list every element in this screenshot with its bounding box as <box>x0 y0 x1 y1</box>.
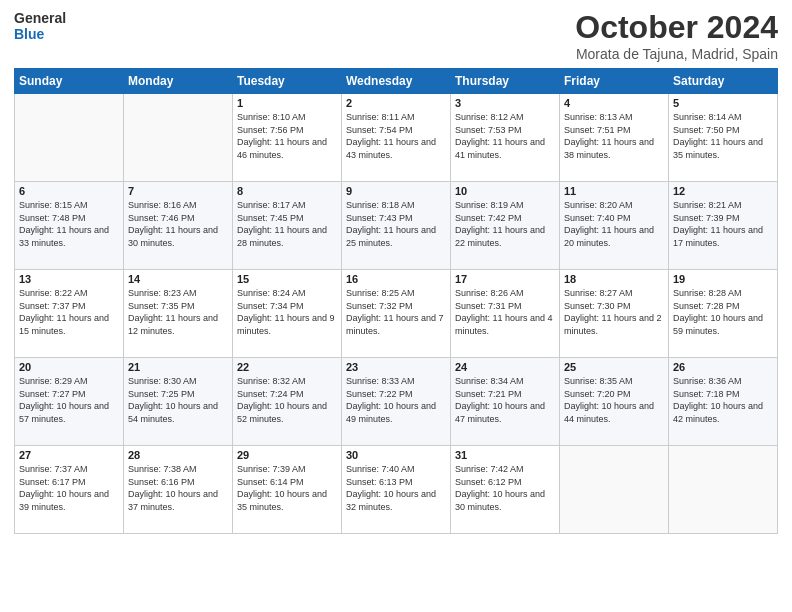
day-of-week-row: SundayMondayTuesdayWednesdayThursdayFrid… <box>15 69 778 94</box>
day-number: 2 <box>346 97 446 109</box>
day-number: 10 <box>455 185 555 197</box>
calendar-cell <box>124 94 233 182</box>
month-title: October 2024 <box>575 10 778 45</box>
day-info: Sunrise: 7:40 AM Sunset: 6:13 PM Dayligh… <box>346 463 446 513</box>
calendar-cell: 20Sunrise: 8:29 AM Sunset: 7:27 PM Dayli… <box>15 358 124 446</box>
day-number: 31 <box>455 449 555 461</box>
calendar-week-row: 27Sunrise: 7:37 AM Sunset: 6:17 PM Dayli… <box>15 446 778 534</box>
calendar-cell: 27Sunrise: 7:37 AM Sunset: 6:17 PM Dayli… <box>15 446 124 534</box>
calendar-cell: 31Sunrise: 7:42 AM Sunset: 6:12 PM Dayli… <box>451 446 560 534</box>
day-number: 28 <box>128 449 228 461</box>
day-info: Sunrise: 8:11 AM Sunset: 7:54 PM Dayligh… <box>346 111 446 161</box>
calendar-cell <box>560 446 669 534</box>
day-info: Sunrise: 8:28 AM Sunset: 7:28 PM Dayligh… <box>673 287 773 337</box>
day-number: 19 <box>673 273 773 285</box>
calendar-table: SundayMondayTuesdayWednesdayThursdayFrid… <box>14 68 778 534</box>
day-info: Sunrise: 8:20 AM Sunset: 7:40 PM Dayligh… <box>564 199 664 249</box>
day-info: Sunrise: 8:30 AM Sunset: 7:25 PM Dayligh… <box>128 375 228 425</box>
day-number: 9 <box>346 185 446 197</box>
calendar-cell: 26Sunrise: 8:36 AM Sunset: 7:18 PM Dayli… <box>669 358 778 446</box>
day-info: Sunrise: 8:15 AM Sunset: 7:48 PM Dayligh… <box>19 199 119 249</box>
day-number: 7 <box>128 185 228 197</box>
day-info: Sunrise: 8:25 AM Sunset: 7:32 PM Dayligh… <box>346 287 446 337</box>
day-number: 12 <box>673 185 773 197</box>
day-info: Sunrise: 7:42 AM Sunset: 6:12 PM Dayligh… <box>455 463 555 513</box>
calendar-cell: 5Sunrise: 8:14 AM Sunset: 7:50 PM Daylig… <box>669 94 778 182</box>
day-number: 23 <box>346 361 446 373</box>
day-number: 21 <box>128 361 228 373</box>
calendar-cell: 22Sunrise: 8:32 AM Sunset: 7:24 PM Dayli… <box>233 358 342 446</box>
day-info: Sunrise: 8:13 AM Sunset: 7:51 PM Dayligh… <box>564 111 664 161</box>
calendar-cell: 10Sunrise: 8:19 AM Sunset: 7:42 PM Dayli… <box>451 182 560 270</box>
day-info: Sunrise: 8:23 AM Sunset: 7:35 PM Dayligh… <box>128 287 228 337</box>
day-info: Sunrise: 8:27 AM Sunset: 7:30 PM Dayligh… <box>564 287 664 337</box>
day-of-week-header: Wednesday <box>342 69 451 94</box>
calendar-cell: 19Sunrise: 8:28 AM Sunset: 7:28 PM Dayli… <box>669 270 778 358</box>
day-info: Sunrise: 8:14 AM Sunset: 7:50 PM Dayligh… <box>673 111 773 161</box>
day-number: 5 <box>673 97 773 109</box>
day-number: 13 <box>19 273 119 285</box>
logo: General Blue <box>14 10 66 42</box>
calendar-week-row: 20Sunrise: 8:29 AM Sunset: 7:27 PM Dayli… <box>15 358 778 446</box>
day-info: Sunrise: 8:22 AM Sunset: 7:37 PM Dayligh… <box>19 287 119 337</box>
day-number: 20 <box>19 361 119 373</box>
calendar-week-row: 6Sunrise: 8:15 AM Sunset: 7:48 PM Daylig… <box>15 182 778 270</box>
day-number: 8 <box>237 185 337 197</box>
day-info: Sunrise: 8:12 AM Sunset: 7:53 PM Dayligh… <box>455 111 555 161</box>
location-title: Morata de Tajuna, Madrid, Spain <box>575 46 778 62</box>
day-of-week-header: Saturday <box>669 69 778 94</box>
calendar-cell: 15Sunrise: 8:24 AM Sunset: 7:34 PM Dayli… <box>233 270 342 358</box>
calendar-week-row: 1Sunrise: 8:10 AM Sunset: 7:56 PM Daylig… <box>15 94 778 182</box>
day-number: 22 <box>237 361 337 373</box>
day-info: Sunrise: 8:32 AM Sunset: 7:24 PM Dayligh… <box>237 375 337 425</box>
calendar-cell: 13Sunrise: 8:22 AM Sunset: 7:37 PM Dayli… <box>15 270 124 358</box>
day-number: 15 <box>237 273 337 285</box>
day-info: Sunrise: 8:24 AM Sunset: 7:34 PM Dayligh… <box>237 287 337 337</box>
day-of-week-header: Tuesday <box>233 69 342 94</box>
day-number: 25 <box>564 361 664 373</box>
calendar-cell: 18Sunrise: 8:27 AM Sunset: 7:30 PM Dayli… <box>560 270 669 358</box>
day-of-week-header: Thursday <box>451 69 560 94</box>
day-info: Sunrise: 8:26 AM Sunset: 7:31 PM Dayligh… <box>455 287 555 337</box>
calendar-cell: 9Sunrise: 8:18 AM Sunset: 7:43 PM Daylig… <box>342 182 451 270</box>
calendar-cell: 28Sunrise: 7:38 AM Sunset: 6:16 PM Dayli… <box>124 446 233 534</box>
day-info: Sunrise: 7:38 AM Sunset: 6:16 PM Dayligh… <box>128 463 228 513</box>
day-info: Sunrise: 7:37 AM Sunset: 6:17 PM Dayligh… <box>19 463 119 513</box>
calendar-cell: 8Sunrise: 8:17 AM Sunset: 7:45 PM Daylig… <box>233 182 342 270</box>
day-of-week-header: Friday <box>560 69 669 94</box>
calendar-cell: 4Sunrise: 8:13 AM Sunset: 7:51 PM Daylig… <box>560 94 669 182</box>
calendar-cell: 12Sunrise: 8:21 AM Sunset: 7:39 PM Dayli… <box>669 182 778 270</box>
day-info: Sunrise: 8:18 AM Sunset: 7:43 PM Dayligh… <box>346 199 446 249</box>
day-number: 18 <box>564 273 664 285</box>
day-number: 4 <box>564 97 664 109</box>
day-number: 14 <box>128 273 228 285</box>
day-of-week-header: Monday <box>124 69 233 94</box>
day-number: 11 <box>564 185 664 197</box>
calendar-cell: 16Sunrise: 8:25 AM Sunset: 7:32 PM Dayli… <box>342 270 451 358</box>
calendar-cell: 11Sunrise: 8:20 AM Sunset: 7:40 PM Dayli… <box>560 182 669 270</box>
day-number: 17 <box>455 273 555 285</box>
day-number: 16 <box>346 273 446 285</box>
day-info: Sunrise: 8:29 AM Sunset: 7:27 PM Dayligh… <box>19 375 119 425</box>
day-info: Sunrise: 7:39 AM Sunset: 6:14 PM Dayligh… <box>237 463 337 513</box>
day-info: Sunrise: 8:36 AM Sunset: 7:18 PM Dayligh… <box>673 375 773 425</box>
calendar-cell: 6Sunrise: 8:15 AM Sunset: 7:48 PM Daylig… <box>15 182 124 270</box>
calendar-cell: 25Sunrise: 8:35 AM Sunset: 7:20 PM Dayli… <box>560 358 669 446</box>
calendar-body: 1Sunrise: 8:10 AM Sunset: 7:56 PM Daylig… <box>15 94 778 534</box>
calendar-cell: 3Sunrise: 8:12 AM Sunset: 7:53 PM Daylig… <box>451 94 560 182</box>
page: General Blue October 2024 Morata de Taju… <box>0 0 792 612</box>
title-block: October 2024 Morata de Tajuna, Madrid, S… <box>575 10 778 62</box>
day-number: 29 <box>237 449 337 461</box>
calendar-cell <box>15 94 124 182</box>
day-number: 1 <box>237 97 337 109</box>
day-number: 3 <box>455 97 555 109</box>
calendar-cell: 30Sunrise: 7:40 AM Sunset: 6:13 PM Dayli… <box>342 446 451 534</box>
day-info: Sunrise: 8:33 AM Sunset: 7:22 PM Dayligh… <box>346 375 446 425</box>
day-info: Sunrise: 8:16 AM Sunset: 7:46 PM Dayligh… <box>128 199 228 249</box>
day-info: Sunrise: 8:17 AM Sunset: 7:45 PM Dayligh… <box>237 199 337 249</box>
calendar-cell: 1Sunrise: 8:10 AM Sunset: 7:56 PM Daylig… <box>233 94 342 182</box>
logo-blue: Blue <box>14 26 66 42</box>
day-number: 26 <box>673 361 773 373</box>
calendar-cell: 21Sunrise: 8:30 AM Sunset: 7:25 PM Dayli… <box>124 358 233 446</box>
logo-general: General <box>14 10 66 26</box>
